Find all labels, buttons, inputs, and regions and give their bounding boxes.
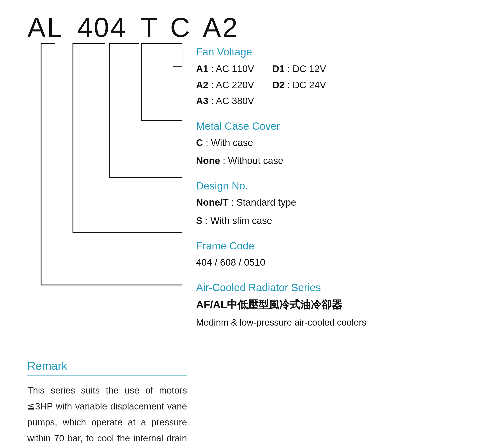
model-code: AL 404 T C A2 xyxy=(27,14,464,41)
series-group: Air-Cooled Radiator Series AF/AL中低壓型風冷式油… xyxy=(196,281,366,330)
series-english: Medinm & low-pressure air-cooled coolers xyxy=(196,315,366,330)
fan-voltage-body: A1 : AC 110V D1 : DC 12V A2 : AC 220V D2… xyxy=(196,61,366,109)
series-chinese: AF/AL中低壓型風冷式油冷卻器 xyxy=(196,296,366,313)
remark-section: Remark This series suits the use of moto… xyxy=(27,359,187,448)
annotations-panel: Fan Voltage A1 : AC 110V D1 : DC 12V A2 … xyxy=(196,43,366,341)
model-segment-a2: A2 xyxy=(203,14,239,41)
diagram-area: Fan Voltage A1 : AC 110V D1 : DC 12V A2 … xyxy=(27,43,464,341)
model-segment-404: 404 xyxy=(77,14,127,41)
series-body: AF/AL中低壓型風冷式油冷卻器 Medinm & low-pressure a… xyxy=(196,296,366,330)
series-title: Air-Cooled Radiator Series xyxy=(196,281,366,294)
remark-title: Remark xyxy=(27,359,187,376)
fan-voltage-title: Fan Voltage xyxy=(196,46,366,58)
model-segment-al: AL xyxy=(27,14,64,41)
design-no-body: None/T : Standard type S : With slim cas… xyxy=(196,195,366,228)
frame-code-title: Frame Code xyxy=(196,240,366,252)
metal-case-title: Metal Case Cover xyxy=(196,120,366,132)
metal-case-group: Metal Case Cover C : With case None : Wi… xyxy=(196,120,366,168)
design-no-title: Design No. xyxy=(196,180,366,192)
bottom-section: Remark This series suits the use of moto… xyxy=(27,359,464,448)
page: AL 404 T C A2 xyxy=(0,0,482,448)
bracket-diagram xyxy=(27,43,182,317)
fan-voltage-group: Fan Voltage A1 : AC 110V D1 : DC 12V A2 … xyxy=(196,46,366,109)
metal-case-body: C : With case None : Without case xyxy=(196,135,366,168)
frame-code-group: Frame Code 404 / 608 / 0510 xyxy=(196,240,366,270)
model-segment-c: C xyxy=(170,14,191,41)
design-no-group: Design No. None/T : Standard type S : Wi… xyxy=(196,180,366,228)
frame-code-body: 404 / 608 / 0510 xyxy=(196,255,366,270)
model-segment-t: T xyxy=(141,14,159,41)
remark-text: This series suits the use of motors ≦3HP… xyxy=(27,382,187,448)
